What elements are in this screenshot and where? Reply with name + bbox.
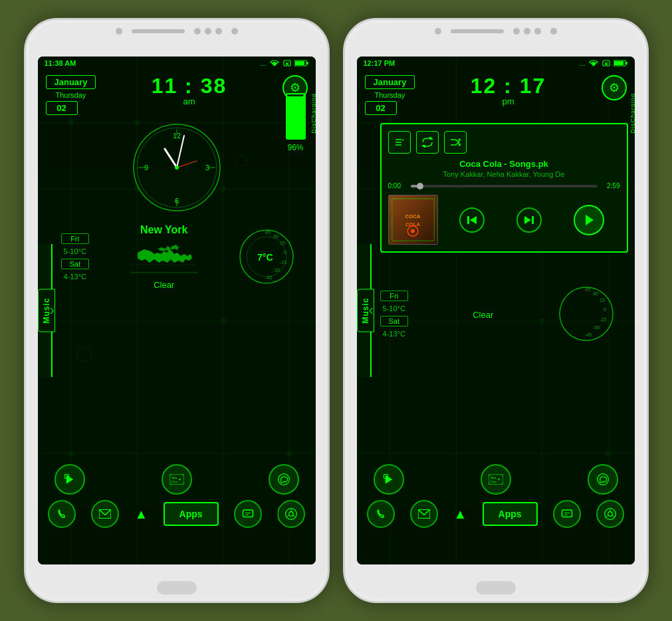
- phone-1-battery-icon: [294, 59, 309, 67]
- phone-1-screen: 11:38 AM ... Music ›: [38, 57, 316, 564]
- phone-1-discharging: DisCharging: [310, 93, 316, 134]
- phone-1-dot-left: [116, 28, 122, 35]
- phone-1-temp2: 4-13°C: [61, 272, 89, 281]
- svg-text:You: You: [171, 476, 177, 479]
- progress-bar[interactable]: [411, 185, 598, 187]
- phone-1: 11:38 AM ... Music ›: [24, 18, 330, 603]
- svg-marker-108: [586, 215, 594, 225]
- phone-1-apps-btn[interactable]: Apps: [164, 502, 219, 526]
- phone-2-top-bar: [435, 28, 557, 35]
- svg-marker-106: [524, 216, 531, 224]
- phone-1-status-bar: 11:38 AM ...: [38, 57, 316, 70]
- prev-btn[interactable]: [459, 207, 485, 233]
- svg-text:12: 12: [172, 132, 180, 140]
- phone-2-apps-btn[interactable]: Apps: [483, 502, 538, 526]
- phone-1-city: New York: [131, 224, 197, 236]
- song-title: Coca Cola - Songs.pk: [388, 159, 620, 169]
- phone-2-sms-icon[interactable]: [553, 500, 581, 528]
- phone-2-status-time: 12:17 PM: [364, 59, 395, 67]
- svg-rect-20: [284, 61, 290, 66]
- phone-2-home-btn[interactable]: [476, 581, 516, 594]
- phone-2-dot-left: [435, 28, 441, 35]
- phone-2-temp2: 4-13°C: [380, 329, 408, 338]
- phone-1-icon-row-top: YouTube: [38, 464, 316, 495]
- phone-2-email-icon[interactable]: [410, 500, 438, 528]
- svg-rect-60: [243, 510, 253, 517]
- phone-1-up-arrow[interactable]: ▲: [134, 507, 148, 522]
- phone-1-music-arrow[interactable]: ›: [50, 302, 55, 319]
- phone-1-month: January: [46, 75, 96, 89]
- phone-1-status-icons: ...: [260, 59, 308, 67]
- playlist-btn[interactable]: +: [388, 131, 411, 154]
- svg-rect-86: [614, 61, 623, 65]
- phone-2-gear-icon: ⚙: [609, 80, 619, 95]
- phone-2-settings-btn[interactable]: ⚙: [602, 75, 627, 100]
- d3: [215, 28, 222, 35]
- svg-point-11: [286, 451, 292, 456]
- play-btn[interactable]: [574, 205, 604, 235]
- shuffle-btn[interactable]: [444, 131, 467, 154]
- svg-point-128: [608, 512, 613, 517]
- phone-2-day2: Sat: [380, 316, 408, 326]
- phone-1-time-display: 11 : 38 am: [152, 75, 227, 106]
- phone-2-screen-bg: 12:17 PM ... Music ‹: [357, 57, 635, 564]
- phone-1-day2: Sat: [61, 259, 89, 269]
- phone-1-battery-fill: [287, 96, 304, 138]
- phone-2-dots: [513, 28, 541, 35]
- phone-2-icon-row-top: YouTube: [357, 464, 635, 495]
- phone-1-playstore-icon[interactable]: [55, 464, 85, 495]
- svg-rect-15: [77, 348, 90, 361]
- phone-2-youtube-icon[interactable]: YouTube: [481, 464, 511, 495]
- phone-1-clock-section: 12 3 6 9: [38, 118, 316, 217]
- phone-1-weather-center: New York Clear: [131, 224, 197, 290]
- svg-text:30: 30: [273, 234, 279, 239]
- phone-2-weather-left: Fri 5-10°C Sat 4-13°C: [380, 291, 408, 338]
- phone-2-icon-row-bottom: ▲ Apps: [357, 500, 635, 528]
- phone-2-music-arrow[interactable]: ‹: [369, 302, 374, 319]
- phone-2-x-icon: [602, 59, 611, 67]
- svg-rect-107: [532, 216, 534, 224]
- phone-2-playstore-icon[interactable]: [374, 464, 404, 495]
- phone-2-phone-icon[interactable]: [367, 500, 395, 528]
- phone-1-sms-icon[interactable]: [234, 500, 262, 528]
- phone-1-temp1: 5-10°C: [61, 247, 89, 256]
- phone-2-status-bar: 12:17 PM ...: [357, 57, 635, 70]
- phone-2-status-icons: ...: [579, 59, 627, 67]
- phone-1-whatsapp-icon[interactable]: [269, 464, 299, 495]
- svg-rect-24: [295, 61, 304, 65]
- phone-1-youtube-icon[interactable]: YouTube: [162, 464, 192, 495]
- phone-2-body: 12:17 PM ... Music ‹: [343, 18, 649, 603]
- phone-2-day: Thursday: [365, 91, 415, 99]
- player-controls-top: +: [388, 131, 620, 154]
- phone-2-bottom-icons: YouTube: [357, 464, 635, 528]
- phone-2-month: January: [365, 75, 415, 89]
- phone-1-bottom-icons: YouTube: [38, 464, 316, 528]
- svg-point-39: [175, 166, 179, 170]
- svg-text:-30: -30: [593, 325, 600, 330]
- phone-1-weather-left: Fri 5-10°C Sat 4-13°C: [61, 233, 89, 281]
- phone-2-time: 12 : 17: [471, 75, 546, 96]
- svg-point-103: [411, 229, 415, 233]
- phone-2-up-arrow[interactable]: ▲: [453, 507, 467, 522]
- phone-2-whatsapp-icon[interactable]: [588, 464, 618, 495]
- phone-2-wifi-icon: [588, 59, 599, 67]
- phone-2-chrome-icon[interactable]: [596, 500, 624, 528]
- svg-text:15: 15: [600, 298, 605, 303]
- repeat-btn[interactable]: [416, 131, 439, 154]
- phone-1-speaker: [132, 29, 185, 33]
- progress-bar-area: 0:00 2:59: [388, 182, 620, 189]
- phone-1-map: [131, 239, 197, 276]
- phone-1-wifi-icon: [269, 59, 280, 67]
- next-btn[interactable]: [516, 207, 542, 233]
- phone-1-phone-icon[interactable]: [48, 500, 76, 528]
- phone-2-speaker: [451, 29, 504, 33]
- svg-text:30: 30: [593, 291, 598, 296]
- d4: [513, 28, 520, 35]
- d6: [534, 28, 541, 35]
- album-art: COCA COLA: [388, 195, 438, 245]
- phone-1-top-section: January Thursday 02 11 : 38 am ⚙: [38, 70, 316, 118]
- phone-1-email-icon[interactable]: [91, 500, 119, 528]
- svg-rect-105: [467, 216, 469, 224]
- phone-1-home-btn[interactable]: [157, 581, 197, 594]
- phone-1-chrome-icon[interactable]: [277, 500, 305, 528]
